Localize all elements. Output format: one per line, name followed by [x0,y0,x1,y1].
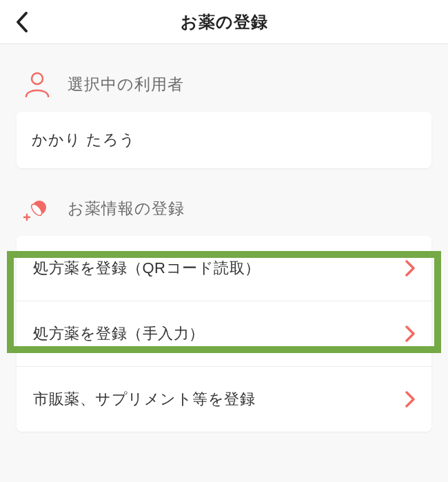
option-label: 市販薬、サプリメント等を登録 [33,389,255,410]
user-icon [22,69,52,99]
option-register-otc[interactable]: 市販薬、サプリメント等を登録 [17,367,431,432]
back-button[interactable] [6,0,39,44]
medicine-options-list: 処方薬を登録（QRコード読取） 処方薬を登録（手入力） 市販薬、サプリメント等を… [17,236,431,432]
pill-icon [22,193,52,223]
option-label: 処方薬を登録（QRコード読取） [33,258,261,279]
section-label-user: 選択中の利用者 [68,74,184,95]
option-register-manual[interactable]: 処方薬を登録（手入力） [17,301,431,367]
selected-user-name: かかり たろう [32,131,136,148]
chevron-right-icon [405,325,415,342]
section-label-medicine: お薬情報の登録 [68,198,185,219]
page-title: お薬の登録 [0,11,448,33]
chevron-left-icon [15,11,29,33]
option-register-qr[interactable]: 処方薬を登録（QRコード読取） [17,236,431,301]
chevron-right-icon [405,391,415,408]
svg-point-0 [32,73,43,84]
chevron-right-icon [405,260,415,277]
section-header-medicine: お薬情報の登録 [17,168,431,236]
app-header: お薬の登録 [0,0,448,44]
section-header-user: 選択中の利用者 [17,44,431,112]
selected-user-card: かかり たろう [17,112,431,168]
option-label: 処方薬を登録（手入力） [33,323,205,344]
